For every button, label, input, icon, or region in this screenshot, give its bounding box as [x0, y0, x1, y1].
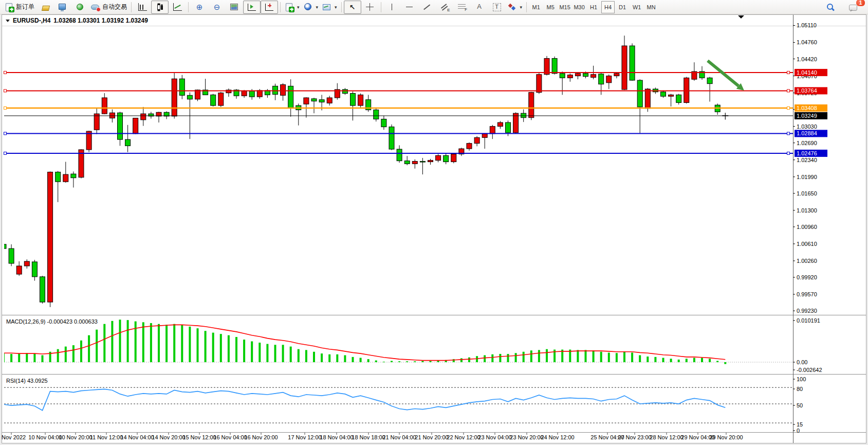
svg-text:1.00260: 1.00260	[797, 258, 817, 264]
horizontal-line-button[interactable]	[401, 1, 418, 14]
svg-text:18 Nov 04:00: 18 Nov 04:00	[320, 434, 353, 440]
bar-chart-icon	[138, 3, 147, 11]
svg-text:15: 15	[797, 421, 803, 428]
chart-title-ohlc: 1.03268 1.03301 1.03192 1.03249	[53, 17, 148, 24]
new-chart-button[interactable]: ▾	[283, 1, 302, 14]
svg-text:16 Nov 04:00: 16 Nov 04:00	[213, 434, 247, 440]
hline-handle[interactable]	[787, 107, 790, 110]
svg-text:0.010191: 0.010191	[797, 317, 820, 324]
svg-text:10 Nov 04:00: 10 Nov 04:00	[28, 434, 62, 440]
main-toolbar: 新订单 自动交易 ⊕ ⊖ ▾ ▾ ▾ ↖ E F A T ▾ M1M5M15M3…	[0, 0, 868, 14]
fibonacci-letter: F	[465, 7, 467, 12]
hline-handle[interactable]	[787, 71, 790, 74]
channel-button[interactable]: E	[436, 1, 453, 14]
svg-text:0.99920: 0.99920	[797, 274, 817, 280]
toolbar-separator	[526, 2, 527, 12]
svg-text:1.05110: 1.05110	[797, 22, 817, 28]
timeframe-group: M1M5M15M30H1H4D1W1MN	[529, 1, 658, 13]
hline-handle[interactable]	[4, 90, 7, 92]
quotes-button[interactable]	[36, 1, 54, 14]
text-label-icon: T	[493, 3, 501, 11]
alerts-icon	[76, 3, 85, 12]
svg-text:16 Nov 20:00: 16 Nov 20:00	[244, 434, 278, 440]
new-chart-icon	[285, 3, 294, 12]
template-icon	[322, 3, 331, 12]
hline-handle[interactable]	[787, 90, 790, 92]
hline-handle[interactable]	[4, 152, 7, 154]
fibonacci-icon: F	[458, 4, 466, 10]
svg-text:1.02476: 1.02476	[797, 150, 817, 156]
search-button[interactable]	[822, 1, 839, 14]
hline-handle[interactable]	[4, 132, 7, 135]
tile-windows-button[interactable]	[226, 1, 243, 14]
svg-text:1.02884: 1.02884	[797, 130, 817, 136]
hline-handle[interactable]	[787, 132, 790, 135]
periods-button[interactable]: ▾	[302, 1, 321, 14]
crosshair-button[interactable]	[361, 1, 379, 14]
text-tool-button[interactable]: A	[471, 1, 488, 14]
hline-handle[interactable]	[4, 107, 7, 110]
tab-timeframe-h4[interactable]: H4	[601, 1, 615, 13]
zoom-out-icon: ⊖	[212, 3, 221, 12]
tab-timeframe-h1[interactable]: H1	[587, 1, 600, 13]
svg-text:1.04760: 1.04760	[797, 39, 817, 45]
market-watch-icon	[58, 3, 67, 12]
toolbar-separator	[131, 2, 132, 12]
svg-text:1.01650: 1.01650	[797, 190, 817, 197]
hline-handle[interactable]	[4, 71, 7, 74]
crosshair-icon	[366, 3, 374, 11]
notifications-button[interactable]: 1	[845, 1, 863, 14]
auto-scroll-button[interactable]	[243, 1, 261, 14]
tab-timeframe-m1[interactable]: M1	[529, 1, 543, 13]
zoom-in-button[interactable]: ⊕	[191, 1, 208, 14]
svg-text:14 Nov 04:00: 14 Nov 04:00	[120, 434, 154, 440]
fibonacci-button[interactable]: F	[453, 1, 471, 14]
svg-text:1.00960: 1.00960	[797, 224, 817, 230]
auto-trading-icon	[91, 3, 100, 12]
tab-timeframe-d1[interactable]: D1	[616, 1, 629, 13]
new-order-icon	[5, 3, 14, 12]
chart-title: EURUSD-,H4 1.03268 1.03301 1.03192 1.032…	[6, 17, 148, 24]
rsi-indicator-label: RSI(14) 43.0925	[6, 378, 48, 384]
price-chart-canvas[interactable]: 1.051101.047601.044201.040701.037201.033…	[0, 14, 868, 445]
new-order-button[interactable]: 新订单	[3, 1, 36, 14]
tab-timeframe-w1[interactable]: W1	[630, 1, 643, 13]
svg-text:50: 50	[797, 402, 803, 408]
chart-shift-button[interactable]	[261, 1, 278, 14]
market-watch-button[interactable]	[54, 1, 71, 14]
cursor-icon: ↖	[348, 3, 357, 12]
bar-chart-button[interactable]	[134, 1, 151, 14]
candlestick-chart-button[interactable]	[151, 1, 169, 14]
svg-text:14 Nov 20:00: 14 Nov 20:00	[152, 434, 185, 440]
chart-menu-triangle-icon[interactable]	[6, 20, 10, 22]
trendline-button[interactable]	[418, 1, 436, 14]
zoom-out-button[interactable]: ⊖	[208, 1, 226, 14]
svg-text:1.00610: 1.00610	[797, 241, 817, 247]
svg-text:1.01300: 1.01300	[797, 207, 817, 213]
svg-text:100: 100	[797, 376, 806, 382]
vertical-line-button[interactable]	[383, 1, 401, 14]
tab-timeframe-mn[interactable]: MN	[644, 1, 658, 13]
channel-letter: E	[447, 8, 450, 12]
arrows-tool-button[interactable]: ▾	[506, 1, 525, 14]
svg-text:1.04140: 1.04140	[797, 69, 817, 76]
auto-trading-label: 自动交易	[102, 3, 127, 11]
svg-text:0.99570: 0.99570	[797, 291, 817, 297]
hline-handle[interactable]	[787, 152, 790, 154]
toolbar-separator	[188, 2, 189, 12]
tab-timeframe-m5[interactable]: M5	[544, 1, 557, 13]
auto-trading-button[interactable]: 自动交易	[89, 1, 129, 14]
new-order-label: 新订单	[16, 3, 34, 11]
cursor-button[interactable]: ↖	[344, 1, 361, 14]
svg-text:0.99230: 0.99230	[797, 308, 817, 314]
line-chart-button[interactable]	[169, 1, 186, 14]
tile-windows-icon	[230, 3, 239, 12]
chevron-down-icon: ▾	[316, 5, 319, 10]
svg-text:1.03030: 1.03030	[797, 123, 817, 130]
svg-text:18 Nov 18:00: 18 Nov 18:00	[352, 434, 385, 440]
tab-timeframe-m30[interactable]: M30	[572, 1, 586, 13]
alerts-button[interactable]	[71, 1, 89, 14]
templates-button[interactable]: ▾	[320, 1, 339, 14]
text-label-button[interactable]: T	[488, 1, 506, 14]
tab-timeframe-m15[interactable]: M15	[558, 1, 571, 13]
